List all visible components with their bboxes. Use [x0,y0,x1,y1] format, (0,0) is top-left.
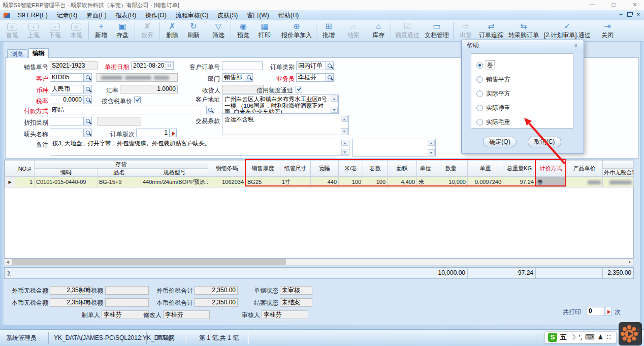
remark-field[interactable]: 按J, 天地盒，打井字带，外包缠绕膜。外包装加贴客户唛头。 [50,139,349,156]
cell-unit-weight[interactable]: 0.0097240 [468,177,503,187]
screen-recorder-icon[interactable]: ⋮ [619,322,642,345]
cell-unit-price-censored[interactable] [566,177,603,187]
toolbar-button-print[interactable]: ▦打印 [254,20,275,41]
col-pricing-mode[interactable]: 计价方式 [536,161,566,177]
scroll-right-icon[interactable] [626,259,633,265]
scroll-up-icon[interactable] [428,140,435,146]
radio-icon[interactable] [476,90,483,97]
col-area[interactable]: 面积 [388,161,417,177]
col-product[interactable]: 品名 [98,169,141,177]
tax-included-checkbox[interactable] [134,97,141,103]
tax-rate-lookup-icon[interactable] [84,96,92,104]
ok-button[interactable]: 确定(Q) [483,137,517,147]
dialog-close-icon[interactable]: x [572,42,579,49]
more-dots-icon[interactable]: ⋮ [636,329,641,332]
toolbar-button-order-track[interactable]: ⇄订单追踪 [476,20,506,41]
discount-type-lookup-icon[interactable] [84,117,92,125]
mdi-minimize-icon[interactable]: – [619,11,622,18]
toolbar-button-quote-add[interactable]: ⊕报价单加入 [279,20,314,41]
order-version-field[interactable]: 1 [136,129,170,137]
menu-item-2[interactable]: 界面(F) [82,10,111,20]
scroll-up-icon[interactable] [341,140,348,146]
scroll-down-icon[interactable] [428,149,435,155]
cell-unit[interactable]: 米 [417,177,434,187]
scroll-up-icon[interactable] [331,96,338,102]
cell-product[interactable]: BG-15+9 [98,177,141,187]
trade-terms-field[interactable]: 含运不含税 [222,115,349,135]
menu-item-8[interactable]: 帮助(H) [274,10,304,20]
salesman-field[interactable]: 李桂芬 [296,73,326,82]
customer-field[interactable]: K0305 [50,73,84,82]
pricing-option-2[interactable]: 实际平方 [476,86,573,101]
cell-qty[interactable]: 10,000 [434,177,468,187]
col-core[interactable]: 纸管尺寸 [280,161,311,177]
order-type-field[interactable]: 国内订单 [296,61,326,70]
toolbar-button-to-purchase[interactable]: ⇆转采购订单 [506,20,541,41]
aux-note-field[interactable] [352,139,436,156]
toolbar-button-refresh[interactable]: ↻刷新 [183,20,204,41]
pricing-option-0[interactable]: 卷 [476,58,573,72]
scroll-up-icon[interactable] [341,116,348,122]
toolbar-button-save[interactable]: ▣存盘 [112,20,133,41]
col-qty[interactable]: 数量 [434,161,468,177]
order-version-spinner-icon[interactable] [170,129,177,137]
payment-lookup-icon[interactable] [206,106,214,114]
radio-icon[interactable] [476,105,483,111]
maximize-icon[interactable]: □ [609,0,618,10]
cancel-button[interactable]: 取消(C) [528,137,561,147]
pricing-option-3[interactable]: 实际净重 [476,101,573,115]
menu-item-5[interactable]: 流程审核(C) [171,10,213,20]
department-field[interactable]: 销售部 [222,73,245,82]
print-count-spinner-icon[interactable] [605,307,612,316]
calendar-icon[interactable]: 31 [166,62,173,70]
menu-item-7[interactable]: 窗口(W) [242,10,273,20]
menu-item-0[interactable]: S9 ERP(E) [13,10,52,20]
col-no[interactable]: NO:# [15,161,35,177]
grid-menu-icon[interactable]: ∷ [606,332,610,342]
person-icon[interactable]: ♟ [598,332,604,342]
cell-rolls[interactable]: 100 [363,177,388,187]
order-type-lookup-icon[interactable] [326,61,334,70]
cell-barcode[interactable]: 1062034 [208,177,246,187]
col-unit-price[interactable]: 产品单价 [566,161,603,177]
cell-total-weight[interactable]: 97.24 [503,177,536,187]
currency-field[interactable]: 人民币 [50,85,84,93]
cell-width[interactable]: 440 [311,177,339,187]
col-rolls[interactable]: 卷数 [363,161,388,177]
scroll-left-icon[interactable] [5,259,12,265]
customer-address-field[interactable]: 广州白云区人和镇白米布秀水工业区8号一楼 （106国道，时利和海鲜酒家正对面, … [222,95,339,114]
mark-name-field[interactable] [50,129,84,137]
ime-logo-icon[interactable]: S [548,333,557,342]
radio-icon[interactable] [476,119,483,125]
customer-lookup-icon[interactable] [84,73,92,82]
toolbar-button-plan-approve[interactable]: ✓[2.计划审单].通过 [541,20,593,41]
pricing-option-4[interactable]: 实际毛重 [476,115,573,129]
cell-no[interactable]: 1 [15,177,35,187]
cell-pricing-mode[interactable]: 卷 [536,177,566,187]
menu-item-4[interactable]: 操作(O) [141,10,171,20]
ime-mode-icon[interactable]: 五 [560,332,567,342]
col-thickness[interactable]: 销售厚度 [246,161,280,177]
department-lookup-icon[interactable] [245,73,253,82]
radio-icon[interactable] [476,76,483,83]
scroll-down-icon[interactable] [331,107,338,113]
mdi-restore-icon[interactable] [627,12,632,17]
cell-code[interactable]: C0101-015-0440-09 [35,177,98,187]
toolbar-button-doc-manage[interactable]: ▭文档管理 [422,20,452,41]
credit-passed-checkbox[interactable] [296,86,302,92]
toolbar-button-batch-add[interactable]: ⊞批增 [318,20,339,41]
col-spec[interactable]: 规格型号 [141,169,208,177]
keyboard-icon[interactable]: ⌨ [585,332,595,342]
currency-lookup-icon[interactable] [84,85,92,93]
mark-name-lookup-icon[interactable] [84,129,92,137]
toolbar-button-new[interactable]: +新增 [90,20,112,41]
tab-edit[interactable]: 编辑 [28,48,49,58]
scroll-down-icon[interactable] [341,128,348,134]
close-icon[interactable]: × [631,0,639,10]
cell-amount-censored[interactable] [603,177,634,187]
print-count-field[interactable]: 0 [587,307,605,316]
col-amount[interactable]: 外币无税金额 [603,169,634,177]
toolbar-button-filter[interactable]: ▽筛选 [208,20,229,41]
tax-rate-field[interactable]: 0.0000 [50,96,84,104]
col-unit[interactable]: 单位 [417,161,434,177]
